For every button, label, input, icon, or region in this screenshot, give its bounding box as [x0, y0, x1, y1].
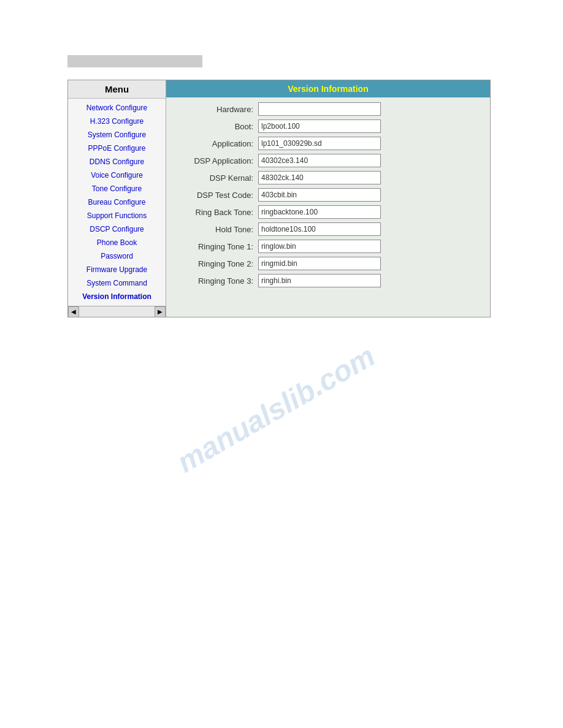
version-info-header: Version Information [166, 80, 490, 97]
top-bar [67, 55, 202, 67]
field-input-10[interactable] [258, 274, 381, 287]
sidebar-item-ddns-configure[interactable]: DDNS Configure [68, 155, 166, 169]
field-row-2: Application: [172, 137, 484, 150]
field-row-5: DSP Test Code: [172, 188, 484, 202]
field-input-7[interactable] [258, 222, 381, 236]
sidebar-link-10[interactable]: Phone Book [68, 237, 166, 248]
field-row-10: Ringing Tone 3: [172, 274, 484, 287]
field-row-8: Ringing Tone 1: [172, 240, 484, 253]
field-input-0[interactable] [258, 102, 381, 116]
version-table-wrapper: Hardware:Boot:Application:DSP Applicatio… [166, 97, 490, 296]
field-input-5[interactable] [258, 188, 381, 202]
sidebar-item-system-command[interactable]: System Command [68, 276, 166, 290]
sidebar-item-network-configure[interactable]: Network Configure [68, 101, 166, 115]
scroll-right-button[interactable]: ▶ [155, 306, 166, 317]
sidebar-item-tone-configure[interactable]: Tone Configure [68, 182, 166, 195]
sidebar-item-firmware-upgrade[interactable]: Firmware Upgrade [68, 263, 166, 276]
field-row-3: DSP Application: [172, 154, 484, 167]
sidebar-link-6[interactable]: Tone Configure [68, 183, 166, 194]
field-input-3[interactable] [258, 154, 381, 167]
field-label-9: Ringing Tone 2: [172, 259, 258, 268]
field-row-0: Hardware: [172, 102, 484, 116]
sidebar-item-h.323-configure[interactable]: H.323 Configure [68, 115, 166, 128]
field-row-4: DSP Kernal: [172, 171, 484, 184]
sidebar-item-version-information[interactable]: Version Information [68, 290, 166, 303]
scroll-track [79, 307, 155, 317]
sidebar-link-14[interactable]: Version Information [68, 291, 166, 302]
sidebar-link-11[interactable]: Password [68, 251, 166, 262]
content-area: Version Information Hardware:Boot:Applic… [166, 80, 490, 317]
field-input-8[interactable] [258, 240, 381, 253]
sidebar-scrollbar: ◀ ▶ [68, 306, 166, 317]
field-row-6: Ring Back Tone: [172, 205, 484, 219]
sidebar-link-2[interactable]: System Configure [68, 129, 166, 140]
field-label-8: Ringing Tone 1: [172, 242, 258, 251]
sidebar-link-4[interactable]: DDNS Configure [68, 156, 166, 167]
sidebar-link-3[interactable]: PPPoE Configure [68, 143, 166, 154]
sidebar-item-password[interactable]: Password [68, 249, 166, 263]
sidebar-item-bureau-configure[interactable]: Bureau Configure [68, 195, 166, 209]
field-label-0: Hardware: [172, 105, 258, 114]
field-label-7: Hold Tone: [172, 225, 258, 234]
sidebar-nav: Network ConfigureH.323 ConfigureSystem C… [68, 99, 166, 306]
sidebar-item-support-functions[interactable]: Support Functions [68, 209, 166, 222]
sidebar-item-phone-book[interactable]: Phone Book [68, 236, 166, 249]
field-row-7: Hold Tone: [172, 222, 484, 236]
field-row-1: Boot: [172, 119, 484, 133]
field-input-1[interactable] [258, 119, 381, 133]
field-label-2: Application: [172, 139, 258, 148]
sidebar: Menu Network ConfigureH.323 ConfigureSys… [68, 80, 166, 317]
sidebar-link-8[interactable]: Support Functions [68, 210, 166, 221]
sidebar-item-pppoe-configure[interactable]: PPPoE Configure [68, 142, 166, 155]
sidebar-link-12[interactable]: Firmware Upgrade [68, 264, 166, 275]
scroll-left-button[interactable]: ◀ [68, 306, 79, 317]
sidebar-item-dscp-configure[interactable]: DSCP Configure [68, 222, 166, 236]
field-label-10: Ringing Tone 3: [172, 276, 258, 286]
sidebar-link-9[interactable]: DSCP Configure [68, 224, 166, 235]
sidebar-link-7[interactable]: Bureau Configure [68, 197, 166, 208]
sidebar-link-1[interactable]: H.323 Configure [68, 116, 166, 127]
field-row-9: Ringing Tone 2: [172, 257, 484, 270]
watermark: manualslib.com [135, 318, 418, 501]
field-label-4: DSP Kernal: [172, 173, 258, 183]
sidebar-link-13[interactable]: System Command [68, 278, 166, 289]
sidebar-item-voice-configure[interactable]: Voice Configure [68, 169, 166, 182]
sidebar-link-0[interactable]: Network Configure [68, 102, 166, 113]
sidebar-link-5[interactable]: Voice Configure [68, 170, 166, 181]
field-input-4[interactable] [258, 171, 381, 184]
sidebar-heading: Menu [68, 80, 166, 99]
field-label-3: DSP Application: [172, 156, 258, 165]
field-label-1: Boot: [172, 122, 258, 131]
sidebar-item-system-configure[interactable]: System Configure [68, 128, 166, 142]
field-input-6[interactable] [258, 205, 381, 219]
main-container: Menu Network ConfigureH.323 ConfigureSys… [67, 80, 491, 317]
field-label-5: DSP Test Code: [172, 191, 258, 200]
field-label-6: Ring Back Tone: [172, 208, 258, 217]
field-input-2[interactable] [258, 137, 381, 150]
field-input-9[interactable] [258, 257, 381, 270]
